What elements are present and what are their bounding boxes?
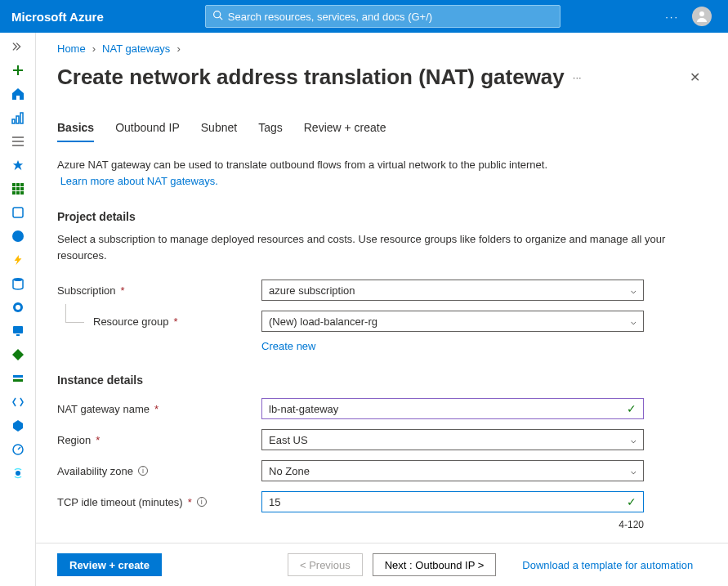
svg-rect-7 xyxy=(20,113,23,123)
page-content: Home › NAT gateways › Create network add… xyxy=(36,33,728,586)
brand-logo[interactable]: Microsoft Azure xyxy=(0,10,123,24)
storage-accounts-icon[interactable] xyxy=(11,371,25,386)
svg-rect-12 xyxy=(16,183,20,186)
azure-ad-icon[interactable] xyxy=(11,418,25,433)
learn-more-link[interactable]: Learn more about NAT gateways. xyxy=(60,175,218,187)
svg-rect-18 xyxy=(16,191,20,195)
svg-rect-28 xyxy=(13,379,23,382)
region-select[interactable]: East US ⌵ xyxy=(261,429,644,450)
function-app-icon[interactable] xyxy=(11,253,25,267)
svg-point-21 xyxy=(12,230,24,242)
all-resources-icon[interactable] xyxy=(11,181,25,196)
valid-check-icon: ✓ xyxy=(627,402,636,415)
sql-databases-icon[interactable] xyxy=(11,276,25,291)
info-icon[interactable]: i xyxy=(197,497,207,507)
app-services-icon[interactable] xyxy=(11,229,25,244)
project-details-heading: Project details xyxy=(57,210,707,223)
close-icon[interactable]: ✕ xyxy=(683,66,707,88)
create-new-rg-link[interactable]: Create new xyxy=(261,340,315,352)
resource-group-label: Resource group xyxy=(93,315,169,328)
tab-tags[interactable]: Tags xyxy=(258,121,283,142)
svg-rect-25 xyxy=(13,326,23,333)
side-nav xyxy=(0,33,36,586)
chevron-down-icon: ⌵ xyxy=(631,285,636,296)
breadcrumb-separator: › xyxy=(176,42,180,55)
subscription-value: azure subscription xyxy=(269,284,355,297)
availability-zone-select[interactable]: No Zone ⌵ xyxy=(261,460,644,481)
load-balancers-icon[interactable] xyxy=(11,347,25,362)
virtual-networks-icon[interactable] xyxy=(11,395,25,409)
create-resource-icon[interactable] xyxy=(11,63,25,78)
expand-nav-icon[interactable] xyxy=(11,39,25,54)
region-label: Region xyxy=(57,434,91,446)
svg-point-22 xyxy=(13,278,23,281)
page-description: Azure NAT gateway can be used to transla… xyxy=(57,159,547,171)
page-actions-icon[interactable]: ··· xyxy=(573,71,582,83)
breadcrumb: Home › NAT gateways › xyxy=(57,42,707,55)
availability-zone-value: No Zone xyxy=(269,465,310,477)
required-icon: * xyxy=(121,284,125,297)
svg-rect-16 xyxy=(20,187,24,190)
tcp-timeout-input[interactable]: 15 ✓ xyxy=(261,491,644,512)
subscription-label: Subscription xyxy=(57,284,116,297)
svg-rect-13 xyxy=(20,183,24,186)
svg-rect-26 xyxy=(16,334,20,336)
subscription-select[interactable]: azure subscription ⌵ xyxy=(261,280,644,301)
required-icon: * xyxy=(96,434,100,446)
chevron-down-icon: ⌵ xyxy=(631,316,636,327)
breadcrumb-separator: › xyxy=(92,42,96,55)
virtual-machines-icon[interactable] xyxy=(11,324,25,338)
required-icon: * xyxy=(174,315,178,328)
svg-rect-6 xyxy=(16,116,19,123)
region-value: East US xyxy=(269,434,308,446)
valid-check-icon: ✓ xyxy=(627,495,636,508)
svg-point-30 xyxy=(16,471,20,476)
tab-subnet[interactable]: Subnet xyxy=(201,121,237,142)
tcp-timeout-range: 4-120 xyxy=(261,519,644,530)
advisor-icon[interactable] xyxy=(11,466,25,481)
svg-point-0 xyxy=(213,11,220,18)
svg-point-2 xyxy=(699,11,704,16)
breadcrumb-nat-gateways[interactable]: NAT gateways xyxy=(102,42,170,55)
svg-rect-15 xyxy=(16,187,20,190)
download-template-link[interactable]: Download a template for automation xyxy=(522,559,693,571)
svg-line-1 xyxy=(220,17,222,20)
next-button[interactable]: Next : Outbound IP > xyxy=(373,553,497,576)
nat-gateway-name-input[interactable]: lb-nat-gateway ✓ xyxy=(261,398,644,419)
more-icon[interactable]: ··· xyxy=(665,11,679,23)
svg-point-24 xyxy=(16,305,20,310)
svg-rect-27 xyxy=(13,375,23,378)
svg-rect-19 xyxy=(20,191,24,195)
info-icon[interactable]: i xyxy=(138,466,148,476)
breadcrumb-home[interactable]: Home xyxy=(57,42,86,55)
global-search[interactable]: Search resources, services, and docs (G+… xyxy=(205,5,561,28)
svg-rect-20 xyxy=(13,208,23,217)
monitor-icon[interactable] xyxy=(11,442,25,457)
cosmos-db-icon[interactable] xyxy=(11,300,25,315)
wizard-footer: Review + create < Previous Next : Outbou… xyxy=(36,543,728,586)
previous-button: < Previous xyxy=(288,553,363,576)
tab-review-create[interactable]: Review + create xyxy=(304,121,386,142)
all-services-icon[interactable] xyxy=(11,134,25,149)
dashboard-icon[interactable] xyxy=(11,110,25,125)
chevron-down-icon: ⌵ xyxy=(631,435,636,445)
chevron-down-icon: ⌵ xyxy=(631,466,636,476)
nat-gateway-name-label: NAT gateway name xyxy=(57,403,150,415)
svg-rect-11 xyxy=(12,183,16,186)
instance-details-heading: Instance details xyxy=(57,374,707,387)
top-bar: Microsoft Azure Search resources, servic… xyxy=(0,0,728,33)
search-placeholder: Search resources, services, and docs (G+… xyxy=(228,11,432,23)
page-title: Create network address translation (NAT)… xyxy=(57,65,565,90)
home-icon[interactable] xyxy=(11,87,25,101)
tab-basics[interactable]: Basics xyxy=(57,121,94,142)
tabs: Basics Outbound IP Subnet Tags Review + … xyxy=(57,121,707,142)
user-avatar[interactable] xyxy=(692,7,712,26)
review-create-button[interactable]: Review + create xyxy=(57,553,162,576)
tab-outbound-ip[interactable]: Outbound IP xyxy=(115,121,180,142)
project-details-sub: Select a subscription to manage deployed… xyxy=(57,231,707,263)
favorites-icon[interactable] xyxy=(11,158,25,172)
availability-zone-label: Availability zone xyxy=(57,465,133,477)
resource-group-select[interactable]: (New) load-balancer-rg ⌵ xyxy=(261,311,644,332)
resource-groups-icon[interactable] xyxy=(11,205,25,220)
resource-group-value: (New) load-balancer-rg xyxy=(269,315,377,328)
